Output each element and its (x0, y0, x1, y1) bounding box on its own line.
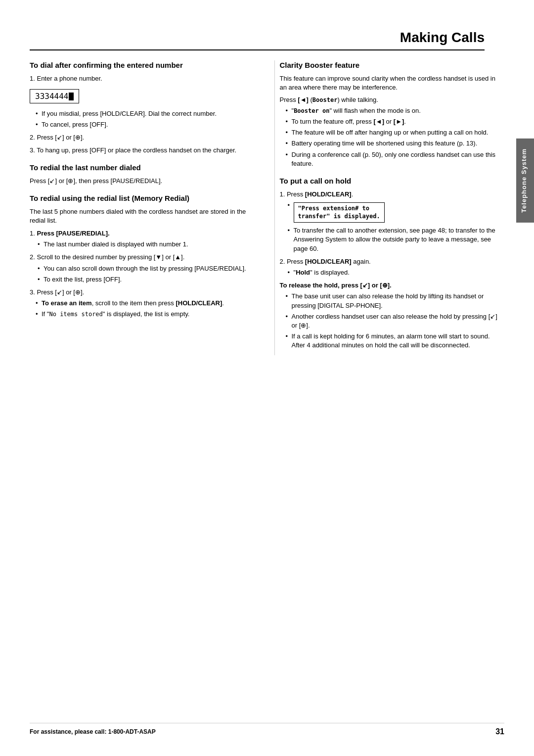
memory-step2-sub: You can also scroll down through the lis… (38, 264, 255, 284)
clarity-press-line: Press [◄] (Booster) while talking. (280, 96, 505, 103)
memory-redial-heading: To redial using the redial list (Memory … (30, 193, 255, 203)
memory-erase-bullet: To erase an item, scroll to the item the… (36, 299, 255, 308)
memory-redial-intro: The last 5 phone numbers dialed with the… (30, 207, 255, 225)
sidebar-tab: Telephone System (516, 139, 534, 223)
hold-step2-sub: "Hold" is displayed. (288, 268, 505, 277)
hold-step2-b1: "Hold" is displayed. (288, 268, 505, 277)
section-dial-confirm: To dial after confirming the entered num… (30, 60, 255, 155)
clarity-b2: To turn the feature off, press [◄] or [►… (286, 117, 505, 126)
right-column: Clarity Booster feature This feature can… (274, 60, 505, 355)
memory-step1-bullet: The last number dialed is displayed with… (38, 240, 255, 249)
hold-step2: 2. Press [HOLD/CLEAR] again. (280, 257, 505, 266)
clarity-intro: This feature can improve sound clarity w… (280, 74, 505, 92)
memory-bottom-bullets: To erase an item, scroll to the item the… (36, 299, 255, 319)
redial-last-body: Press [↙] or [⊕], then press [PAUSE/REDI… (30, 177, 255, 186)
memory-step2-b2: To exit the list, press [OFF]. (38, 275, 255, 284)
memory-step3: 3. Press [↙] or [⊕]. (30, 288, 255, 297)
hold-heading: To put a call on hold (280, 176, 505, 186)
dial-confirm-heading: To dial after confirming the entered num… (30, 60, 255, 70)
dial-step2: 2. Press [↙] or [⊕]. (30, 133, 255, 142)
hold-release-b3: If a call is kept holding for 6 minutes,… (286, 332, 505, 350)
two-col-layout: To dial after confirming the entered num… (30, 60, 504, 355)
memory-empty-bullet: If "No items stored" is displayed, the l… (36, 310, 255, 319)
footer: For assistance, please call: 1-800-ADT-A… (30, 723, 504, 736)
section-call-on-hold: To put a call on hold 1. Press [HOLD/CLE… (280, 176, 505, 350)
press-extension-display: "Press extension# totransfer" is display… (294, 202, 385, 223)
memory-step1-sub: The last number dialed is displayed with… (38, 240, 255, 249)
dial-bullet1: If you misdial, press [HOLD/CLEAR]. Dial… (36, 109, 255, 118)
clarity-b5: During a conference call (p. 50), only o… (286, 150, 505, 168)
clarity-heading: Clarity Booster feature (280, 60, 505, 70)
footer-page-number: 31 (495, 727, 504, 736)
left-column: To dial after confirming the entered num… (30, 60, 260, 355)
dial-bullet2: To cancel, press [OFF]. (36, 120, 255, 129)
hold-release-heading: To release the hold, press [↙] or [⊕]. (280, 281, 505, 290)
hold-step1-sub: "Press extension# totransfer" is display… (288, 201, 505, 253)
page-container: Making Calls Telephone System To dial af… (0, 0, 534, 756)
clarity-b1: "Booster on" will flash when the mode is… (286, 106, 505, 115)
hold-step1-display: "Press extension# totransfer" is display… (288, 201, 505, 225)
memory-step1: 1. Press [PAUSE/REDIAL]. (30, 229, 255, 238)
dial-confirm-bullets: If you misdial, press [HOLD/CLEAR]. Dial… (36, 109, 255, 129)
clarity-bullets: "Booster on" will flash when the mode is… (286, 106, 505, 168)
memory-step2-b1: You can also scroll down through the lis… (38, 264, 255, 273)
section-clarity-booster: Clarity Booster feature This feature can… (280, 60, 505, 168)
cursor (69, 93, 74, 100)
footer-assistance: For assistance, please call: 1-800-ADT-A… (30, 728, 156, 735)
hold-step1-b1: To transfer the call to another extensio… (288, 226, 505, 253)
section-memory-redial: To redial using the redial list (Memory … (30, 193, 255, 319)
page-title: Making Calls (30, 30, 485, 50)
hold-release-b2: Another cordless handset user can also r… (286, 312, 505, 330)
dial-step1: 1. Enter a phone number. (30, 74, 255, 83)
phone-display-box: 3334444 (30, 85, 255, 107)
hold-release-bullets: The base unit user can also release the … (286, 292, 505, 350)
memory-step2: 2. Scroll to the desired number by press… (30, 253, 255, 262)
hold-release-b1: The base unit user can also release the … (286, 292, 505, 310)
clarity-b4: Battery operating time will be shortened… (286, 139, 505, 148)
clarity-b3: The feature will be off after hanging up… (286, 128, 505, 137)
hold-step1: 1. Press [HOLD/CLEAR]. (280, 190, 505, 199)
dial-step3: 3. To hang up, press [OFF] or place the … (30, 146, 255, 155)
section-redial-last: To redial the last number dialed Press [… (30, 163, 255, 186)
redial-last-heading: To redial the last number dialed (30, 163, 255, 173)
